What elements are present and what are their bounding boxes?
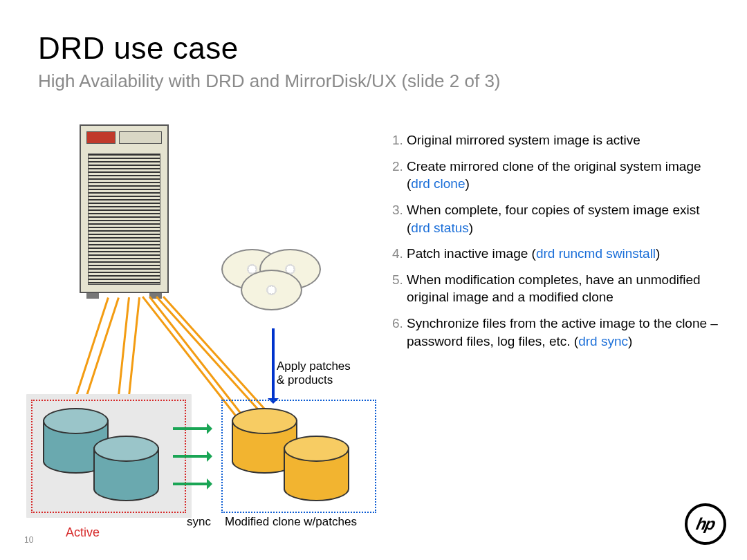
list-item: Synchronize files from the active image …: [407, 315, 719, 350]
sync-arrow: [173, 427, 210, 430]
command-text: drd status: [411, 221, 468, 235]
sync-arrow: [173, 455, 210, 458]
server-icon: [80, 124, 169, 293]
steps-list: Original mirrored system image is active…: [387, 131, 719, 358]
list-item: Original mirrored system image is active: [407, 131, 719, 149]
list-item: When complete, four copies of system ima…: [407, 201, 719, 236]
list-item: When modification completes, have an unm…: [407, 271, 719, 306]
patch-discs-icon: [221, 249, 332, 325]
list-item: Create mirrored clone of the original sy…: [407, 158, 719, 193]
slide-title: DRD use case: [38, 31, 239, 66]
hp-logo-icon: hp: [685, 503, 726, 545]
command-text: drd sync: [578, 334, 628, 348]
apply-patches-label: Apply patches & products: [277, 360, 351, 387]
list-item: Patch inactive image (drd runcmd swinsta…: [407, 245, 719, 263]
clone-label: Modified clone w/patches: [225, 515, 357, 529]
command-text: drd clone: [411, 176, 465, 191]
slide-subtitle: High Availability with DRD and MirrorDis…: [38, 71, 501, 92]
disk-active-icon: [93, 436, 159, 501]
command-text: drd runcmd swinstall: [536, 246, 656, 261]
page-number: 10: [24, 535, 33, 545]
sync-arrow: [173, 483, 210, 485]
sync-label: sync: [187, 515, 211, 529]
disk-clone-icon: [284, 436, 349, 501]
apply-arrow: [272, 328, 275, 401]
active-label: Active: [66, 525, 100, 540]
